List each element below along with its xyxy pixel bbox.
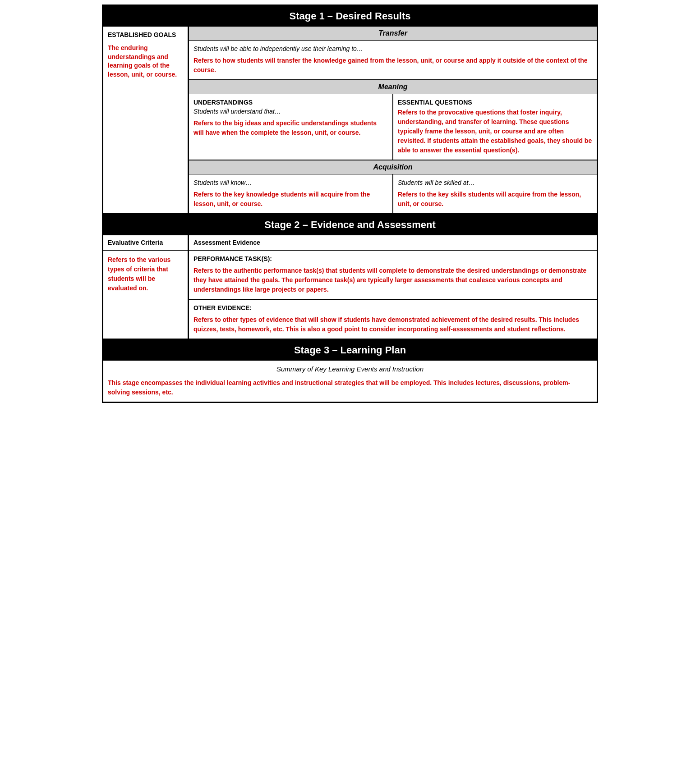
skilled-subtitle: Students will be skilled at… [398,179,592,186]
acquisition-header-text: Acquisition [373,163,412,171]
know-subtitle: Students will know… [193,179,388,186]
stage3-header: Stage 3 – Learning Plan [103,340,597,361]
stage1-header-text: Stage 1 – Desired Results [289,10,410,22]
stage1-right-panel: Transfer Students will be able to indepe… [189,27,597,213]
established-goals-label: ESTABLISHED GOALS [108,31,183,38]
transfer-header-text: Transfer [378,29,407,37]
transfer-body: Students will be able to independently u… [189,41,597,80]
assessment-evidence-column-header: Assessment Evidence [189,235,597,250]
transfer-subtitle: Students will be able to independently u… [193,45,592,52]
established-goals-column: ESTABLISHED GOALS The enduring understan… [103,27,189,213]
know-column: Students will know… Refers to the key kn… [189,174,393,213]
assessment-evidence-column: PERFORMANCE TASK(S): Refers to the authe… [189,251,597,339]
meaning-header-text: Meaning [378,83,408,91]
meaning-body: UNDERSTANDINGS Students will understand … [189,94,597,160]
other-evidence-section: OTHER EVIDENCE: Refers to other types of… [189,300,597,339]
stage3-description: This stage encompasses the individual le… [108,378,592,397]
stage1-header: Stage 1 – Desired Results [103,6,597,27]
understandings-description: Refers to the big ideas and specific und… [193,119,388,137]
skilled-column: Students will be skilled at… Refers to t… [393,174,597,213]
other-evidence-description: Refers to other types of evidence that w… [193,315,592,334]
stage1-body: ESTABLISHED GOALS The enduring understan… [103,27,597,215]
stage3-header-text: Stage 3 – Learning Plan [294,344,406,356]
essential-questions-label: ESSENTIAL QUESTIONS [398,99,592,106]
performance-task-label: PERFORMANCE TASK(S): [193,255,592,262]
stage2-header: Stage 2 – Evidence and Assessment [103,215,597,235]
know-description: Refers to the key knowledge students wil… [193,190,388,209]
essential-questions-column: ESSENTIAL QUESTIONS Refers to the provoc… [393,94,597,160]
acquisition-header: Acquisition [189,160,597,174]
other-evidence-label: OTHER EVIDENCE: [193,304,592,311]
established-goals-text: The enduring understandings and learning… [108,44,183,79]
understandings-subtitle: Students will understand that… [193,108,388,115]
evaluative-criteria-column-header: Evaluative Criteria [103,235,189,250]
understandings-label: UNDERSTANDINGS [193,99,388,106]
main-container: Stage 1 – Desired Results ESTABLISHED GO… [102,5,598,403]
transfer-header: Transfer [189,27,597,41]
essential-questions-description: Refers to the provocative questions that… [398,108,592,155]
evaluative-criteria-text: Refers to the various types of criteria … [108,255,183,293]
evaluative-criteria-column: Refers to the various types of criteria … [103,251,189,339]
performance-task-description: Refers to the authentic performance task… [193,266,592,294]
stage2-body: Evaluative Criteria Assessment Evidence … [103,235,597,340]
stage2-subheader: Evaluative Criteria Assessment Evidence [103,235,597,251]
skilled-description: Refers to the key skills students will a… [398,190,592,209]
performance-task-section: PERFORMANCE TASK(S): Refers to the authe… [189,251,597,300]
stage2-header-text: Stage 2 – Evidence and Assessment [264,219,435,230]
stage3-body: Summary of Key Learning Events and Instr… [103,361,597,402]
understandings-column: UNDERSTANDINGS Students will understand … [189,94,393,160]
stage2-content: Refers to the various types of criteria … [103,251,597,339]
acquisition-body: Students will know… Refers to the key kn… [189,174,597,213]
transfer-description: Refers to how students will transfer the… [193,56,592,75]
meaning-header: Meaning [189,80,597,94]
stage3-subtitle: Summary of Key Learning Events and Instr… [108,365,592,373]
